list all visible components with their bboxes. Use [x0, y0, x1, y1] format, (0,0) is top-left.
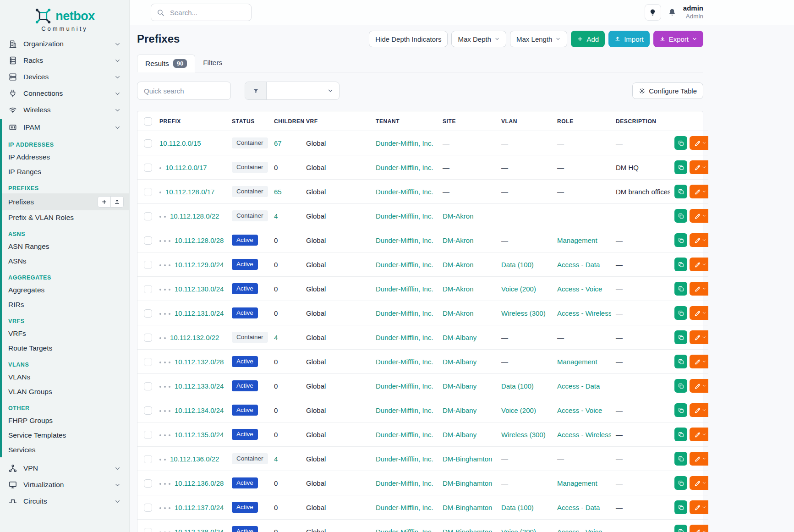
sidebar-item-vpn[interactable]: VPN [0, 460, 129, 477]
sidebar-item-asns[interactable]: ASNs [2, 254, 129, 269]
edit-button[interactable] [690, 403, 708, 417]
site-link[interactable]: DM-Akron [443, 285, 474, 293]
copy-button[interactable] [674, 330, 687, 344]
tenant-link[interactable]: Dunder-Mifflin, Inc. [376, 236, 433, 244]
tenant-link[interactable]: Dunder-Mifflin, Inc. [376, 285, 433, 293]
sidebar-item-ipam[interactable]: IPAM [2, 119, 129, 136]
notifications-button[interactable] [668, 8, 677, 17]
role-link[interactable]: Access - Voice [557, 406, 602, 414]
sidebar-item-vlans[interactable]: VLANs [2, 370, 129, 384]
tenant-link[interactable]: Dunder-Mifflin, Inc. [376, 139, 433, 147]
tenant-link[interactable]: Dunder-Mifflin, Inc. [376, 164, 433, 171]
row-checkbox[interactable] [144, 406, 152, 415]
children-link[interactable]: 4 [274, 455, 278, 463]
sidebar-item-asn-ranges[interactable]: ASN Ranges [2, 239, 129, 254]
vlan-link[interactable]: Data (100) [501, 261, 534, 269]
sidebar-item-vlan-groups[interactable]: VLAN Groups [2, 384, 129, 399]
site-link[interactable]: DM-Binghamton [443, 479, 492, 487]
tenant-link[interactable]: Dunder-Mifflin, Inc. [376, 504, 433, 511]
sidebar-item-wireless[interactable]: Wireless [0, 102, 129, 118]
site-link[interactable]: DM-Albany [443, 334, 476, 341]
tenant-link[interactable]: Dunder-Mifflin, Inc. [376, 188, 433, 196]
user-menu[interactable]: admin Admin [683, 4, 703, 21]
copy-button[interactable] [674, 525, 687, 532]
vlan-link[interactable]: Voice (200) [501, 528, 536, 532]
edit-button[interactable] [690, 306, 708, 320]
prefix-link[interactable]: 10.112.131.0/24 [175, 309, 224, 317]
copy-button[interactable] [674, 160, 687, 174]
tenant-link[interactable]: Dunder-Mifflin, Inc. [376, 406, 433, 414]
import-button[interactable]: Import [608, 31, 650, 47]
vlan-link[interactable]: Wireless (300) [501, 309, 546, 317]
export-button[interactable]: Export [653, 31, 703, 47]
column-header-site[interactable]: SITE [438, 111, 497, 131]
edit-button[interactable] [690, 160, 708, 174]
row-checkbox[interactable] [144, 528, 152, 532]
row-checkbox[interactable] [144, 504, 152, 512]
sidebar-item-devices[interactable]: Devices [0, 69, 129, 85]
site-link[interactable]: DM-Albany [443, 406, 476, 414]
copy-button[interactable] [674, 379, 687, 393]
tenant-link[interactable]: Dunder-Mifflin, Inc. [376, 334, 433, 341]
column-header-status[interactable]: STATUS [227, 111, 269, 131]
global-search[interactable] [151, 4, 252, 21]
prefix-link[interactable]: 10.112.0.0/15 [159, 139, 201, 147]
prefix-link[interactable]: 10.112.133.0/24 [175, 382, 224, 390]
role-link[interactable]: Management [557, 358, 597, 366]
site-link[interactable]: DM-Akron [443, 309, 474, 317]
copy-button[interactable] [674, 476, 687, 490]
prefix-link[interactable]: 10.112.130.0/24 [175, 285, 224, 293]
vlan-link[interactable]: Voice (200) [501, 406, 536, 414]
row-checkbox[interactable] [144, 358, 152, 366]
prefix-link[interactable]: 10.112.128.0/28 [175, 236, 224, 244]
edit-button[interactable] [690, 136, 708, 150]
row-checkbox[interactable] [144, 139, 152, 148]
row-checkbox[interactable] [144, 334, 152, 342]
copy-button[interactable] [674, 428, 687, 441]
prefix-link[interactable]: 10.112.0.0/17 [165, 164, 207, 171]
prefix-link[interactable]: 10.112.136.0/22 [170, 455, 219, 463]
vlan-link[interactable]: Data (100) [501, 382, 534, 390]
prefix-link[interactable]: 10.112.128.0/17 [165, 188, 214, 196]
row-checkbox[interactable] [144, 309, 152, 318]
row-checkbox[interactable] [144, 431, 152, 439]
prefix-link[interactable]: 10.112.137.0/24 [175, 504, 224, 511]
sidebar-item-service-templates[interactable]: Service Templates [2, 428, 129, 443]
site-link[interactable]: DM-Akron [443, 236, 474, 244]
sidebar-item-organization[interactable]: Organization [0, 36, 129, 52]
role-link[interactable]: Management [557, 236, 597, 244]
copy-button[interactable] [674, 209, 687, 223]
sidebar-item-prefixes[interactable]: Prefixes [2, 193, 129, 210]
tenant-link[interactable]: Dunder-Mifflin, Inc. [376, 455, 433, 463]
edit-button[interactable] [690, 209, 708, 223]
sidebar-item-circuits[interactable]: Circuits [0, 493, 129, 510]
column-header-role[interactable]: ROLE [553, 111, 611, 131]
tenant-link[interactable]: Dunder-Mifflin, Inc. [376, 382, 433, 390]
vlan-link[interactable]: Data (100) [501, 504, 534, 511]
role-link[interactable]: Access - Data [557, 382, 600, 390]
edit-button[interactable] [690, 476, 708, 490]
role-link[interactable]: Access - Voice [557, 528, 602, 532]
children-link[interactable]: 4 [274, 212, 278, 220]
sidebar-item-virtualization[interactable]: Virtualization [0, 477, 129, 493]
copy-button[interactable] [674, 185, 687, 198]
row-checkbox[interactable] [144, 455, 152, 463]
edit-button[interactable] [690, 379, 708, 393]
sidebar-item-fhrp-groups[interactable]: FHRP Groups [2, 413, 129, 428]
hide-depth-indicators-button[interactable]: Hide Depth Indicators [369, 31, 448, 47]
edit-button[interactable] [690, 330, 708, 344]
vlan-link[interactable]: Wireless (300) [501, 431, 546, 439]
role-link[interactable]: Access - Data [557, 504, 600, 511]
column-header-vlan[interactable]: VLAN [497, 111, 553, 131]
tab-results[interactable]: Results 90 [137, 55, 195, 72]
row-checkbox[interactable] [144, 212, 152, 220]
site-link[interactable]: DM-Binghamton [443, 528, 492, 532]
site-link[interactable]: DM-Albany [443, 431, 476, 439]
column-header-children[interactable]: CHILDREN [269, 111, 301, 131]
tenant-link[interactable]: Dunder-Mifflin, Inc. [376, 528, 433, 532]
copy-button[interactable] [674, 233, 687, 247]
copy-button[interactable] [674, 136, 687, 150]
sidebar-item-services[interactable]: Services [2, 443, 129, 457]
vlan-link[interactable]: Voice (200) [501, 285, 536, 293]
copy-button[interactable] [674, 403, 687, 417]
